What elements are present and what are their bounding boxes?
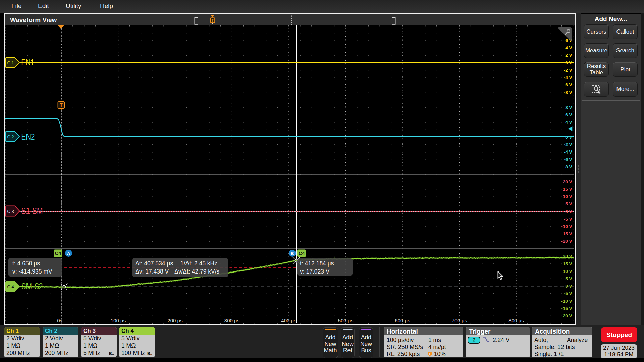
svg-text:-5 V: -5 V: [564, 217, 572, 222]
svg-text:4 V: 4 V: [565, 120, 572, 125]
svg-text:-6 V: -6 V: [564, 82, 572, 87]
svg-text:C 2: C 2: [7, 134, 14, 139]
svg-text:-20 V: -20 V: [561, 239, 572, 244]
svg-text:0 V: 0 V: [565, 209, 572, 214]
svg-text:EN1: EN1: [21, 58, 34, 67]
svg-text:-5 V: -5 V: [564, 291, 572, 296]
svg-text:A: A: [67, 251, 70, 256]
svg-text:B: B: [291, 251, 294, 256]
svg-text:300 µs: 300 µs: [224, 318, 239, 323]
svg-text:10 V: 10 V: [563, 194, 572, 199]
svg-text:0 V: 0 V: [565, 284, 572, 289]
svg-text:-20 V: -20 V: [561, 313, 572, 318]
svg-text:5 V: 5 V: [565, 201, 572, 206]
svg-text:C 3: C 3: [7, 209, 14, 214]
svg-text:15 V: 15 V: [563, 187, 572, 192]
svg-text:S1-SM: S1-SM: [21, 206, 43, 216]
svg-text:800 µs: 800 µs: [508, 318, 524, 323]
svg-text:0s: 0s: [57, 318, 62, 323]
svg-text:-8 V: -8 V: [564, 90, 572, 95]
svg-text:4 V: 4 V: [565, 45, 572, 50]
svg-text:-2 V: -2 V: [564, 142, 572, 147]
svg-text:8 V: 8 V: [565, 105, 572, 110]
svg-text:T: T: [211, 18, 214, 22]
svg-text:C 1: C 1: [7, 60, 14, 65]
svg-text:-10 V: -10 V: [561, 224, 572, 229]
svg-text:T: T: [429, 352, 431, 356]
svg-text:2: 2: [473, 337, 476, 343]
svg-text:EN2: EN2: [21, 132, 35, 141]
svg-text:100 µs: 100 µs: [111, 318, 126, 323]
svg-text:500 µs: 500 µs: [338, 318, 353, 323]
svg-text:10 V: 10 V: [563, 269, 572, 274]
svg-text:20 V: 20 V: [563, 254, 572, 259]
svg-text:600 µs: 600 µs: [395, 318, 410, 323]
svg-text:-6 V: -6 V: [564, 157, 572, 162]
svg-text:T: T: [60, 102, 63, 108]
svg-text:-8 V: -8 V: [564, 164, 572, 169]
svg-text:-4 V: -4 V: [564, 75, 572, 80]
svg-text:-2 V: -2 V: [564, 68, 572, 73]
svg-text:-10 V: -10 V: [561, 299, 572, 304]
svg-text:15 V: 15 V: [563, 261, 572, 266]
svg-text:-4 V: -4 V: [564, 149, 572, 155]
svg-text:20 V: 20 V: [563, 179, 572, 184]
svg-text:SM-S2: SM-S2: [21, 282, 43, 291]
svg-text:400 µs: 400 µs: [281, 318, 296, 323]
svg-text:C 4: C 4: [7, 284, 14, 289]
svg-text:2 V: 2 V: [565, 53, 572, 58]
svg-text:C4: C4: [299, 251, 305, 256]
svg-text:0 V: 0 V: [565, 60, 572, 65]
svg-text:200 µs: 200 µs: [167, 318, 182, 323]
svg-text:-15 V: -15 V: [561, 231, 572, 236]
svg-text:700 µs: 700 µs: [452, 318, 467, 323]
svg-text:-15 V: -15 V: [561, 306, 572, 311]
svg-text:0 V: 0 V: [565, 135, 572, 140]
svg-text:C4: C4: [55, 251, 61, 256]
svg-text:5 V: 5 V: [565, 276, 572, 281]
svg-text:6 V: 6 V: [565, 112, 572, 117]
